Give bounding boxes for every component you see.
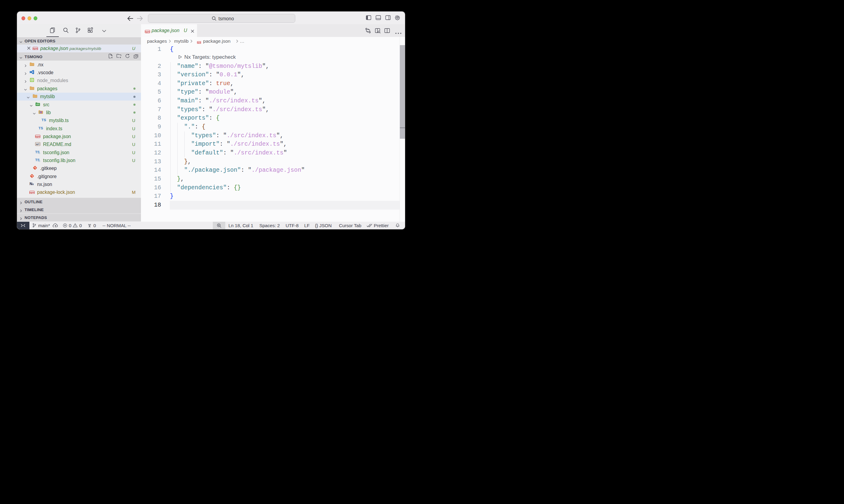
svg-text:N: N	[30, 182, 32, 186]
svg-text:TS: TS	[41, 118, 46, 122]
svg-text:npm: npm	[197, 41, 201, 43]
svg-text:M: M	[36, 143, 38, 146]
svg-text:npm: npm	[35, 136, 40, 138]
svg-text:x: x	[32, 183, 34, 186]
svg-text:JS: JS	[31, 79, 33, 81]
svg-text:</>: </>	[36, 103, 39, 105]
svg-text:npm: npm	[145, 31, 150, 33]
svg-text:npm: npm	[33, 47, 38, 50]
svg-text:npm: npm	[30, 192, 34, 194]
svg-text:TS: TS	[38, 126, 43, 130]
